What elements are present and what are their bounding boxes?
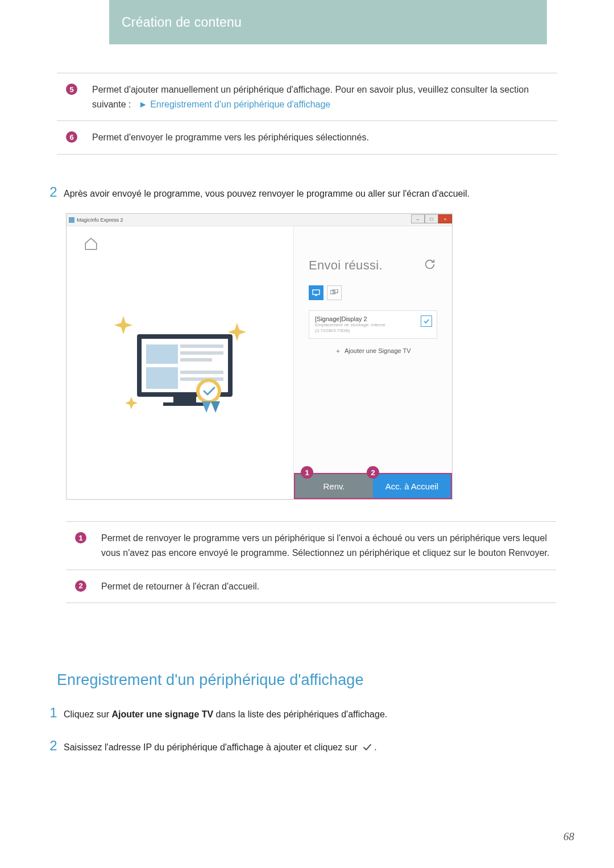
plus-icon: ＋ <box>335 347 341 354</box>
numbered-step: 2 Saisissez l'adresse IP du périphérique… <box>43 738 557 755</box>
row-number-2: 2 <box>75 580 86 592</box>
right-pane: Envoi réussi. [Signage]Display 2 Emplace… <box>294 226 452 499</box>
step-number-2: 2 <box>43 184 64 200</box>
cross-reference-link[interactable]: Enregistrement d'un périphérique d'affic… <box>150 99 330 109</box>
app-icon <box>69 217 74 223</box>
page-header: Création de contenu <box>109 0 547 44</box>
send-status-title: Envoi réussi. <box>309 258 437 273</box>
svg-marker-16 <box>202 401 211 413</box>
step-text-2: Après avoir envoyé le programme, vous po… <box>64 184 557 201</box>
device-name: [Signage]Display 2 <box>315 315 431 322</box>
multi-display-icon[interactable] <box>327 285 342 300</box>
device-storage-label: Emplacement de stockage: Interne <box>315 322 431 328</box>
svg-marker-17 <box>211 401 220 413</box>
svg-rect-20 <box>330 290 335 294</box>
svg-rect-5 <box>173 397 196 402</box>
home-button[interactable]: 2 Acc. à Accueil <box>373 474 451 498</box>
callout-badge-2: 2 <box>367 466 379 479</box>
left-pane <box>67 226 294 499</box>
success-illustration <box>106 306 254 420</box>
app-screenshot: MagicInfo Express 2 – □ × <box>66 213 453 500</box>
numbered-step: 2 Après avoir envoyé le programme, vous … <box>43 184 557 201</box>
callout-badge-1: 1 <box>301 466 313 479</box>
page-number: 68 <box>563 830 574 843</box>
row-text-2: Permet de retourner à l'écran d'accueil. <box>101 579 550 594</box>
home-label: Acc. à Accueil <box>385 481 438 491</box>
svg-marker-0 <box>114 316 132 334</box>
table-row: 2 Permet de retourner à l'écran d'accuei… <box>66 570 556 604</box>
table-first: 5 Permet d'ajouter manuellement un périp… <box>57 73 557 155</box>
numbered-step: 1 Cliquez sur Ajouter une signage TV dan… <box>43 705 557 722</box>
svg-rect-6 <box>163 402 206 406</box>
row-text-6: Permet d'envoyer le programme vers les p… <box>92 130 551 145</box>
device-storage-size: (3.71GB/3.73GB) <box>315 328 431 334</box>
add-device-label: Ajouter une Signage TV <box>345 347 411 354</box>
row-text-1: Permet de renvoyer le programme vers un … <box>101 531 550 560</box>
maximize-button[interactable]: □ <box>425 214 438 223</box>
window-title: MagicInfo Express 2 <box>77 217 123 223</box>
step-text-2b: Saisissez l'adresse IP du périphérique d… <box>64 738 557 755</box>
svg-rect-10 <box>180 358 212 362</box>
view-mode-toggles <box>309 285 437 300</box>
svg-rect-8 <box>180 344 223 348</box>
action-bar: 1 Renv. 2 Acc. à Accueil <box>294 473 452 499</box>
refresh-icon[interactable] <box>424 258 436 273</box>
step-number-1: 1 <box>43 705 64 721</box>
header-title: Création de contenu <box>122 15 242 30</box>
table-row: 6 Permet d'envoyer le programme vers les… <box>57 121 557 155</box>
table-second: 1 Permet de renvoyer le programme vers u… <box>66 521 556 603</box>
table-row: 1 Permet de renvoyer le programme vers u… <box>66 522 556 570</box>
resend-label: Renv. <box>323 481 345 491</box>
resend-button[interactable]: 1 Renv. <box>295 474 373 498</box>
device-list-item[interactable]: [Signage]Display 2 Emplacement de stocka… <box>309 310 437 338</box>
section-heading: Enregistrement d'un périphérique d'affic… <box>57 671 557 689</box>
row-number-6: 6 <box>66 131 77 143</box>
single-display-icon[interactable] <box>309 285 323 300</box>
table-row: 5 Permet d'ajouter manuellement un périp… <box>57 73 557 121</box>
svg-rect-7 <box>146 344 178 364</box>
svg-rect-12 <box>180 371 223 374</box>
close-button[interactable]: × <box>438 214 452 223</box>
svg-point-15 <box>200 382 218 400</box>
home-icon[interactable] <box>84 236 98 254</box>
svg-rect-13 <box>180 377 223 381</box>
window-titlebar: MagicInfo Express 2 – □ × <box>67 214 452 226</box>
svg-rect-11 <box>146 367 178 389</box>
row-number-1: 1 <box>75 532 86 543</box>
svg-rect-21 <box>333 289 338 293</box>
device-selected-check-icon[interactable] <box>421 315 432 327</box>
step-text-1: Cliquez sur Ajouter une signage TV dans … <box>64 705 557 722</box>
svg-marker-2 <box>125 397 138 409</box>
row-text-5: Permet d'ajouter manuellement un périphé… <box>92 82 551 111</box>
minimize-button[interactable]: – <box>411 214 425 223</box>
window-buttons: – □ × <box>411 214 452 225</box>
step-number-2b: 2 <box>43 738 64 754</box>
link-arrow: ► <box>139 99 148 109</box>
row-number-5: 5 <box>66 84 77 95</box>
svg-rect-9 <box>180 351 223 355</box>
check-icon <box>363 742 372 752</box>
add-device-button[interactable]: ＋ Ajouter une Signage TV <box>309 347 437 355</box>
svg-rect-18 <box>313 290 320 294</box>
svg-rect-19 <box>315 295 317 296</box>
